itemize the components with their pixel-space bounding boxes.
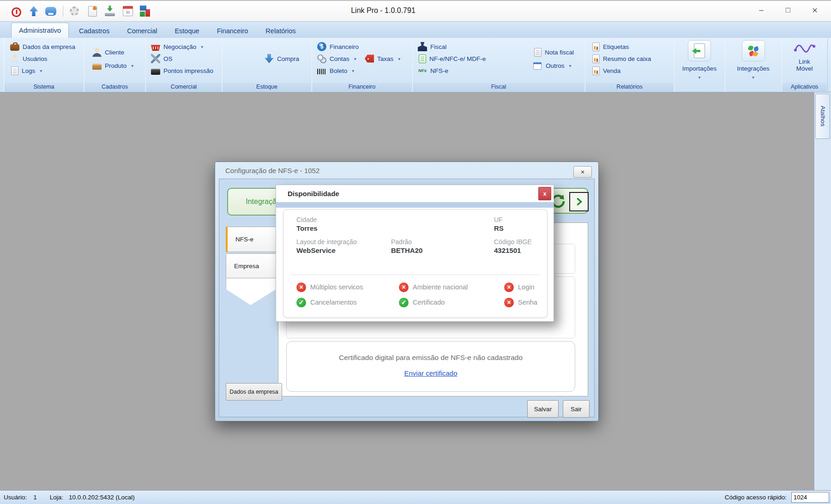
ribbon-item-pontos-impressao[interactable]: Pontos impressão: [151, 65, 213, 76]
tab-financeiro[interactable]: Financeiro: [210, 24, 256, 38]
dados-da-empresa-tab[interactable]: Dados da empresa: [226, 383, 282, 401]
calendar-glyph: 31: [123, 6, 133, 16]
field-value: Torres: [296, 224, 318, 232]
user-value: 1: [33, 494, 37, 501]
ribbon-item-etiquetas[interactable]: Etiquetas: [591, 41, 629, 52]
item-label: Negociação: [163, 43, 196, 50]
report-icon: [592, 42, 600, 51]
tab-atalhos[interactable]: Atalhos: [815, 94, 830, 139]
field-value: WebService: [296, 246, 357, 254]
status-error-icon: ×: [504, 282, 514, 292]
power-icon[interactable]: [10, 5, 22, 18]
status-label: Login: [518, 283, 534, 291]
calendar-icon[interactable]: 31: [121, 5, 133, 18]
status-cancelamentos: ✓ Cancelamentos: [296, 297, 357, 307]
ribbon-item-nfe[interactable]: NF-e/NFC-e/ MDF-e: [418, 53, 486, 64]
ribbon-item-boleto[interactable]: Boleto ▾: [317, 65, 354, 76]
maximize-button[interactable]: □: [778, 3, 798, 18]
tab-administrativo[interactable]: Administrativo: [11, 23, 69, 38]
dialog-close-button[interactable]: ×: [573, 166, 592, 178]
ribbon-item-outros[interactable]: Outros ▾: [533, 60, 572, 71]
install-icon[interactable]: [104, 5, 116, 18]
ribbon-item-produto[interactable]: Produto ▾: [92, 60, 133, 71]
window-controls: – □ ×: [752, 3, 825, 18]
ribbon-item-taxas[interactable]: Taxas ▾: [365, 53, 400, 64]
status-ambiente-nacional: × Ambiente nacional: [399, 282, 468, 292]
tab-cadastros[interactable]: Cadastros: [72, 24, 117, 38]
chevron-down-icon: ▾: [352, 68, 354, 73]
ribbon-item-logs[interactable]: Logs ▾: [10, 65, 42, 76]
field-uf: UF RS: [494, 216, 504, 232]
ribbon-item-dados-da-empresa[interactable]: Dados da empresa: [10, 41, 75, 52]
toolbar-separator: [63, 6, 63, 17]
document-pin-icon[interactable]: [86, 5, 98, 18]
tab-empresa-vertical[interactable]: Empresa: [226, 253, 279, 278]
tab-relatorios[interactable]: Relatórios: [258, 24, 303, 38]
window-title: Link Pro - 1.0.0.791: [286, 6, 480, 15]
ribbon-item-usuarios[interactable]: Usuários: [10, 53, 47, 64]
ribbon-item-venda[interactable]: Venda: [591, 65, 620, 76]
minimize-app-icon[interactable]: [45, 5, 57, 18]
nfe-doc-icon: [419, 54, 426, 63]
invoice-icon: [534, 48, 542, 57]
item-label: Financeiro: [330, 43, 359, 50]
status-senha: × Senha: [504, 297, 537, 307]
item-label: NFS-e: [430, 67, 448, 74]
ribbon-item-negociacao[interactable]: Negociação ▾: [151, 41, 203, 52]
close-button[interactable]: ×: [805, 3, 825, 18]
product-box-icon: [92, 64, 102, 70]
tab-estoque[interactable]: Estoque: [167, 24, 206, 38]
item-label: Taxas: [377, 55, 393, 62]
ribbon-item-fiscal[interactable]: Fiscal: [418, 41, 446, 52]
titlebar: 31 Link Pro - 1.0.0.791 – □ ×: [0, 0, 831, 21]
item-label: Link: [782, 58, 827, 65]
integrations-icon: [742, 40, 765, 61]
integracoes-button[interactable]: Integrações ▾: [725, 40, 782, 80]
finance-coin-icon: $: [317, 42, 326, 51]
ribbon: Dados da empresa Usuários Logs ▾ Sistema…: [0, 38, 831, 92]
link-movel-button[interactable]: Link Móvel: [782, 42, 827, 72]
next-arrow-button[interactable]: [569, 192, 589, 211]
fiscal-stamp-icon: [418, 42, 427, 51]
chevron-right-icon: [574, 197, 584, 207]
ribbon-item-compra[interactable]: Compra: [265, 53, 299, 64]
group-label-cadastros: Cadastros: [84, 83, 145, 91]
status-label: Senha: [518, 299, 537, 306]
ribbon-item-nfse[interactable]: NFs NFS-e: [418, 65, 448, 76]
modules-icon[interactable]: [139, 5, 151, 18]
field-label: UF: [494, 216, 504, 223]
ribbon-item-nota-fiscal[interactable]: Nota fiscal: [533, 47, 574, 58]
dollar-glyph: $: [320, 43, 324, 50]
group-cadastros: Cliente Produto ▾ Cadastros: [84, 38, 146, 92]
status-label: Cancelamentos: [310, 299, 357, 306]
quick-code-input[interactable]: [791, 492, 829, 503]
enviar-certificado-link[interactable]: Enviar certificado: [287, 369, 575, 377]
group-financeiro: $ Financeiro Contas ▾ Taxas ▾ Boleto ▾ F…: [312, 38, 413, 92]
ribbon-item-cliente[interactable]: Cliente: [92, 47, 124, 58]
ribbon-item-resumo-de-caixa[interactable]: Resumo de caixa: [591, 53, 651, 64]
disponibilidade-popup: Disponibilidade x Cidade Torres UF RS La…: [276, 185, 554, 322]
salvar-button[interactable]: Salvar: [527, 400, 559, 418]
log-file-icon: [11, 66, 18, 75]
up-arrow-icon[interactable]: [28, 5, 40, 18]
group-label-estoque: Estoque: [223, 83, 311, 91]
report-icon: [592, 54, 600, 63]
popup-close-button[interactable]: x: [538, 187, 551, 200]
tab-nfse-vertical[interactable]: NFS-e: [226, 227, 279, 252]
importacoes-button[interactable]: Importações ▾: [674, 40, 725, 80]
minimize-button[interactable]: –: [752, 3, 771, 18]
ribbon-item-financeiro[interactable]: $ Financeiro: [317, 41, 359, 52]
item-label: Venda: [603, 67, 620, 74]
item-label: OS: [163, 55, 173, 62]
barcode-icon: [317, 69, 326, 74]
item-label: Logs: [22, 67, 35, 74]
ribbon-item-contas[interactable]: Contas ▾: [317, 53, 356, 64]
group-fiscal: Fiscal NF-e/NFC-e/ MDF-e NFs NFS-e Nota …: [412, 38, 585, 92]
calendar-icon: [533, 62, 542, 70]
ribbon-item-os[interactable]: OS: [151, 53, 173, 64]
field-label: Cidade: [296, 216, 318, 223]
gear-icon[interactable]: [69, 5, 81, 18]
sair-button[interactable]: Sair: [563, 400, 590, 418]
import-doc-glyph: [694, 43, 705, 58]
tab-comercial[interactable]: Comercial: [120, 24, 164, 38]
